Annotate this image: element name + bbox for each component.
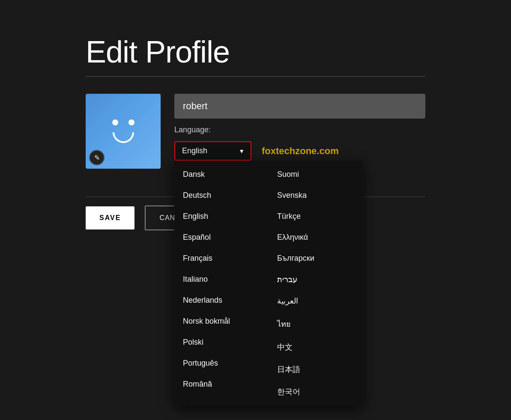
language-option-greek[interactable]: Ελληνικά — [269, 227, 363, 248]
language-option-norsk[interactable]: Norsk bokmål — [174, 311, 269, 332]
language-option-deutsch[interactable]: Deutsch — [174, 185, 269, 206]
avatar-eye-right — [128, 119, 134, 125]
language-option-chinese[interactable]: 中文 — [269, 336, 363, 358]
avatar-eye-left — [112, 119, 118, 125]
profile-form: Language: English ▼ Dansk Deutsch Engl — [174, 94, 425, 183]
pencil-icon: ✎ — [94, 154, 100, 162]
language-option-english[interactable]: English — [174, 206, 269, 227]
language-option-thai[interactable]: ไทย — [269, 312, 363, 336]
language-select-wrapper: English ▼ Dansk Deutsch English Español … — [174, 141, 251, 161]
language-dropdown-left-col: Dansk Deutsch English Español Français I… — [174, 164, 269, 403]
language-option-hebrew[interactable]: עברית — [269, 269, 363, 290]
language-option-turkce[interactable]: Türkçe — [269, 206, 363, 227]
profile-name-input[interactable] — [174, 94, 425, 119]
language-option-nederlands[interactable]: Nederlands — [174, 290, 269, 311]
language-option-espanol[interactable]: Español — [174, 227, 269, 248]
language-label: Language: — [174, 125, 425, 134]
language-row: English ▼ Dansk Deutsch English Español … — [174, 141, 425, 161]
edit-avatar-button[interactable]: ✎ — [89, 150, 105, 165]
language-option-dansk[interactable]: Dansk — [174, 164, 269, 185]
chevron-down-icon: ▼ — [239, 148, 245, 155]
language-option-portugues[interactable]: Português — [174, 353, 269, 374]
language-option-bulgarian[interactable]: Български — [269, 248, 363, 269]
language-selected-value: English — [182, 146, 207, 155]
language-select-button[interactable]: English ▼ — [174, 141, 251, 161]
page-title: Edit Profile — [86, 34, 425, 69]
header-divider — [86, 76, 425, 77]
language-option-suomi[interactable]: Suomi — [269, 164, 363, 185]
avatar-wrapper: ✎ — [86, 94, 161, 169]
avatar-smile — [113, 132, 134, 143]
language-dropdown-columns: Dansk Deutsch English Español Français I… — [174, 164, 363, 403]
save-button[interactable]: SAVE — [86, 206, 134, 229]
language-dropdown-right-col: Suomi Svenska Türkçe Ελληνικά Български … — [269, 164, 363, 403]
avatar-eyes — [112, 119, 134, 125]
page-container: Edit Profile ✎ Language: — [0, 0, 511, 265]
language-option-polski[interactable]: Polski — [174, 332, 269, 353]
language-option-romana[interactable]: Română — [174, 374, 269, 395]
watermark-text: foxtechzone.com — [262, 146, 339, 157]
language-option-korean[interactable]: 한국어 — [269, 381, 363, 403]
language-option-italiano[interactable]: Italiano — [174, 269, 269, 290]
language-option-japanese[interactable]: 日本語 — [269, 358, 363, 381]
avatar-face — [112, 119, 134, 143]
language-dropdown-menu: Dansk Deutsch English Español Français I… — [174, 161, 363, 406]
profile-section: ✎ Language: English ▼ Dansk — [86, 94, 425, 183]
language-option-francais[interactable]: Français — [174, 248, 269, 269]
language-option-arabic[interactable]: العربية — [269, 290, 363, 312]
language-option-svenska[interactable]: Svenska — [269, 185, 363, 206]
